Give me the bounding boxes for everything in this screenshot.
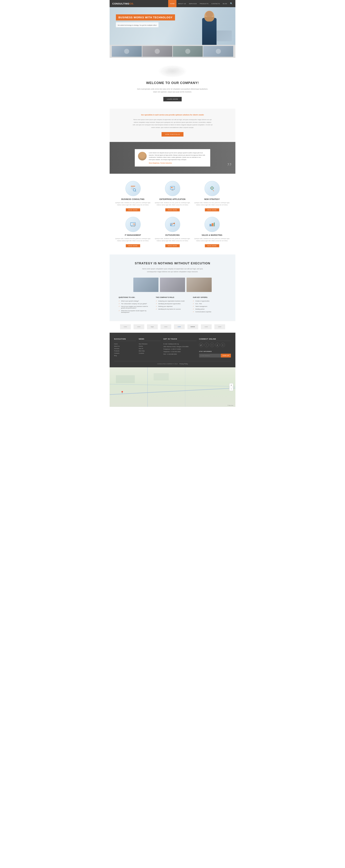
list-item: ✓Identifying development opportunities — [156, 302, 190, 305]
partners-section: LOGO LOGO Eagle LOGO LOGO MARVIN LOGO LO… — [110, 321, 235, 333]
svg-point-34 — [174, 223, 175, 224]
hero-subtitle-box: We added technology to strategy. You get… — [116, 22, 159, 27]
service-btn-5[interactable]: READ MORE — [205, 244, 219, 247]
strategy-images — [119, 278, 226, 292]
service-it: IT MANAGEMENT Quisque nulla. Vestibulu e… — [114, 217, 152, 247]
nav-about[interactable]: ABOUT US — [176, 0, 188, 7]
portfolio-button[interactable]: VIEW PORTFOLIO — [162, 132, 184, 136]
map-zoom-out[interactable]: − — [229, 387, 233, 391]
email-signup-row: SIGN UP — [199, 354, 231, 358]
service-text-2: Quisque nulla. Vestibulu ero misi, porta… — [193, 202, 231, 206]
svg-rect-36 — [171, 224, 172, 226]
service-icon-it — [125, 217, 141, 232]
list-item: ✓The 'unbounded' company: Are you global… — [119, 302, 152, 305]
testimonial-box: Lorem factori non depasit sed pro qui hi… — [135, 149, 210, 166]
footer-link-contacts[interactable]: Contacts — [114, 352, 136, 354]
stay-informed: STAY INFORMED SIGN UP — [199, 351, 231, 358]
svg-rect-9 — [131, 189, 133, 189]
hero-title: BUSINESS WORKS WITH TECHNOLOGY — [118, 16, 173, 19]
service-btn-4[interactable]: READ MORE — [165, 244, 179, 247]
hero-section: BUSINESS WORKS WITH TECHNOLOGY We added … — [110, 7, 235, 45]
list-item: ✓Defining your objectives — [156, 305, 190, 308]
footer-link-products[interactable]: Products — [114, 350, 136, 352]
strategy-text: Nemo enim ipsam voluptatem quia voluptas… — [138, 268, 207, 273]
footer-news-link-2[interactable]: Events — [139, 345, 161, 347]
svg-point-3 — [168, 68, 173, 72]
strategy-title: STRATEGY IS NOTHING WITHOUT EXECUTION — [119, 261, 226, 265]
footer-news-link-1[interactable]: New Releases — [139, 343, 161, 345]
footer-link-blog[interactable]: Blog — [114, 354, 136, 357]
footer-privacy-link[interactable]: Privacy Policy — [179, 363, 188, 365]
search-icon[interactable]: 🔍 — [230, 2, 233, 5]
service-btn-3[interactable]: READ MORE — [126, 244, 140, 247]
list-item: ✓What is your growth strategy? — [119, 300, 152, 302]
services-section: BUSINESS CONSULTING Quisque nulla. Vesti… — [110, 174, 235, 254]
service-btn-2[interactable]: READ MORE — [205, 208, 219, 211]
footer-news-link-5[interactable]: Contacts — [139, 352, 161, 354]
svg-point-21 — [212, 188, 212, 188]
nav-services[interactable]: SERVICES — [188, 0, 198, 7]
social-pinterest-icon[interactable]: p — [215, 343, 220, 347]
strategy-col-role: THE COMPANY'S ROLE: ✓Analysing your orga… — [156, 297, 190, 314]
social-google-icon[interactable]: g+ — [199, 343, 203, 347]
strategy-img-1 — [133, 278, 159, 292]
footer-link-home[interactable]: Home — [114, 343, 136, 345]
testimonial-content: Lorem factori non depasit sed pro qui hi… — [149, 152, 207, 164]
social-icons-row: g+ t f p in — [199, 343, 231, 347]
social-facebook-icon[interactable]: f — [210, 343, 214, 347]
nav-blog[interactable]: BLOG — [221, 0, 229, 7]
footer-telephone: Telephone: +1 519 991 6020 — [163, 350, 196, 353]
svg-line-29 — [135, 225, 135, 225]
svg-rect-35 — [171, 224, 171, 226]
footer-contact-info: E-mail: mail@yoursite.org 2891 Mariners … — [163, 343, 196, 355]
list-item: ✓Mobility partner — [193, 308, 226, 310]
map-road-3 — [147, 367, 148, 407]
footer-news-link-3[interactable]: How To — [139, 347, 161, 350]
footer-news-link-4[interactable]: Best Help — [139, 350, 161, 352]
site-header: CONSULTINGCO. HOME ABOUT US SERVICES PRO… — [110, 0, 235, 7]
service-title-2: NEW STRATEGY — [193, 198, 231, 200]
service-sales: SALES & MARKETING Quisque nulla. Vestibu… — [193, 217, 231, 247]
list-item: ✓Creator of opportunities — [193, 300, 226, 302]
logo-text: CONSULTING — [112, 2, 130, 5]
thumb-1[interactable] — [112, 46, 142, 57]
social-twitter-icon[interactable]: t — [204, 343, 209, 347]
footer-copyright: CONSULTING COMPANY © 2014 — [157, 363, 177, 365]
map-block-1 — [116, 375, 135, 383]
list-item: ✓iCol – Pilot — [193, 302, 226, 305]
partner-6: MARVIN — [188, 324, 198, 329]
service-btn-1[interactable]: READ MORE — [165, 208, 179, 211]
footer-link-services[interactable]: Services — [114, 347, 136, 350]
signup-button[interactable]: SIGN UP — [221, 354, 231, 358]
learn-more-button[interactable]: LEARN MORE — [163, 97, 182, 101]
partner-7: LOGO — [201, 324, 212, 329]
footer-email: E-mail: mail@yoursite.org — [163, 343, 196, 345]
map-bg: 📍 + − © Map Data — [110, 367, 235, 407]
nav-home[interactable]: HOME — [168, 0, 176, 7]
nav-products[interactable]: PRODUCTS — [198, 0, 210, 7]
footer-link-about[interactable]: About Us — [114, 345, 136, 347]
footer-contact-title: GET IN TOUCH — [163, 338, 196, 341]
service-icon-sales — [204, 217, 220, 232]
logo[interactable]: CONSULTINGCO. — [112, 2, 134, 5]
service-btn-0[interactable]: READ MORE — [126, 208, 140, 211]
svg-rect-16 — [171, 188, 174, 189]
services-row-2: IT MANAGEMENT Quisque nulla. Vestibulu e… — [114, 217, 231, 247]
strategy-columns: QUESTIONS TO ASK: ✓What is your growth s… — [119, 297, 226, 314]
footer-news-title: NEWS — [139, 338, 161, 341]
thumb-4[interactable] — [203, 46, 233, 57]
service-text-3: Quisque nulla. Vestibulu ero misi, porta… — [114, 238, 152, 242]
strategy-img-3 — [186, 278, 212, 292]
email-signup-input[interactable] — [199, 354, 221, 358]
social-linkedin-icon[interactable]: in — [221, 343, 225, 347]
services-row-1: BUSINESS CONSULTING Quisque nulla. Vesti… — [114, 181, 231, 211]
thumb-3[interactable] — [173, 46, 203, 57]
list-item: ✓How do you imagine your business model … — [119, 305, 152, 309]
service-icon-consulting — [125, 181, 141, 196]
nav-contacts[interactable]: CONTACTS — [210, 0, 221, 7]
thumb-2[interactable] — [142, 46, 172, 57]
partner-4: LOGO — [161, 324, 171, 329]
map-zoom-in[interactable]: + — [229, 383, 233, 387]
quote-mark-right: ” — [227, 161, 232, 172]
svg-point-10 — [133, 189, 136, 191]
